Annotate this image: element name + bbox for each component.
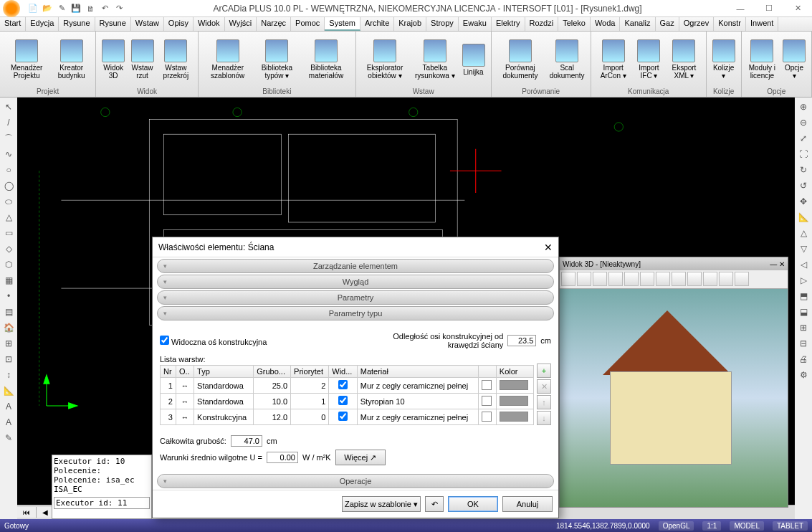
command-window[interactable]: Executor id: 10 Polecenie: Polecenie: is…	[52, 455, 152, 519]
tb-icon[interactable]	[656, 272, 670, 286]
ribbon-wstaw-przekr-j[interactable]: Wstaw przekrój	[158, 38, 194, 81]
tool-icon[interactable]: ⬒	[796, 290, 811, 303]
panel-min-icon[interactable]: —	[770, 260, 777, 268]
ribbon-opcje-[interactable]: Opcje ▾	[781, 38, 807, 81]
layer-side-btn[interactable]: ↓	[537, 411, 551, 425]
ribbon-biblioteka-typ-w-[interactable]: Biblioteka typów ▾	[256, 38, 299, 81]
tool-icon[interactable]: 📐	[1, 384, 16, 397]
view3d-viewport[interactable]	[560, 289, 788, 507]
section-parameters[interactable]: Parametry	[157, 290, 554, 305]
status-seg[interactable]: 1:1	[702, 521, 721, 531]
tb-icon[interactable]	[703, 272, 717, 286]
ok-button[interactable]: OK	[448, 496, 498, 512]
tool-icon[interactable]: ⤢	[796, 132, 811, 145]
menu-rysune[interactable]: Rysune	[95, 17, 131, 31]
tool-icon[interactable]: ✥	[796, 195, 811, 208]
tool-icon[interactable]: ⬡	[1, 258, 16, 271]
tool-icon[interactable]: △	[796, 227, 811, 239]
minimize-button[interactable]: —	[726, 0, 755, 17]
close-button[interactable]: ✕	[783, 0, 812, 17]
tool-icon[interactable]: A	[1, 416, 16, 429]
save-template-button[interactable]: Zapisz w szablonie ▾	[342, 496, 421, 512]
tool-icon[interactable]: ∿	[1, 148, 16, 161]
offset-input[interactable]	[507, 335, 536, 346]
tool-icon[interactable]: •	[1, 290, 16, 303]
tool-icon[interactable]: ⬓	[796, 305, 811, 318]
status-seg[interactable]: MODEL	[730, 521, 764, 531]
ribbon-biblioteka-materia-w[interactable]: Biblioteka materiałów	[301, 38, 351, 81]
tool-icon[interactable]: ⊞	[796, 321, 811, 334]
menu-narzęc[interactable]: Narzęc	[257, 17, 291, 31]
section-appearance[interactable]: Wygląd	[157, 275, 554, 289]
layer-side-btn[interactable]: ↑	[537, 395, 551, 409]
tool-icon[interactable]: ⌒	[1, 132, 16, 145]
ribbon-scal-dokumenty[interactable]: Scal dokumenty	[548, 38, 586, 81]
section-manage[interactable]: Zarządzanie elementem	[157, 259, 554, 273]
ribbon-menad-er-projektu[interactable]: Menadżer Projektu	[4, 38, 49, 81]
tool-icon[interactable]: ⊖	[796, 116, 811, 129]
tool-icon[interactable]: ▦	[1, 274, 16, 287]
menu-elektry[interactable]: Elektry	[492, 17, 525, 31]
section-type-params[interactable]: Parametry typu	[157, 306, 554, 320]
menu-widok[interactable]: Widok	[194, 17, 225, 31]
table-row[interactable]: 1↔Standardowa25.02Mur z cegły ceramiczne…	[161, 378, 534, 394]
ribbon-por-wnaj-dokumenty[interactable]: Porównaj dokumenty	[496, 38, 545, 81]
ribbon-tabelka-rysunkowa-[interactable]: Tabelka rysunkowa ▾	[412, 38, 457, 81]
command-input[interactable]	[54, 497, 150, 509]
tb-icon[interactable]	[687, 272, 702, 286]
status-seg[interactable]: OpenGL	[659, 521, 694, 531]
qat-save-icon[interactable]: 💾	[70, 3, 82, 14]
ribbon-linijka[interactable]: Linijka	[461, 42, 487, 77]
ribbon-eksplorator-obiekt-w-[interactable]: Eksplorator obiektów ▾	[360, 38, 409, 81]
tool-icon[interactable]: ◯	[1, 179, 16, 192]
tb-icon[interactable]	[735, 272, 749, 286]
maximize-button[interactable]: ☐	[755, 0, 783, 17]
menu-ogrzev[interactable]: Ogrzev	[679, 17, 714, 31]
tool-icon[interactable]: ⊞	[1, 337, 16, 350]
menu-archite[interactable]: Archite	[360, 17, 394, 31]
qat-undo-icon[interactable]: ↶	[99, 3, 110, 14]
tb-icon[interactable]	[672, 272, 686, 286]
ribbon-widok-3d[interactable]: Widok 3D	[100, 38, 126, 81]
menu-inwent[interactable]: Inwent	[746, 17, 778, 31]
tb-icon[interactable]	[640, 272, 654, 286]
undo-button[interactable]: ↶	[425, 496, 444, 512]
menu-krajob[interactable]: Krajob	[394, 17, 426, 31]
tool-icon[interactable]: ⊟	[796, 337, 811, 350]
tb-icon[interactable]	[577, 272, 591, 286]
ribbon-import-arcon-[interactable]: Import ArCon ▾	[596, 38, 631, 81]
menubar[interactable]: StartEdycjaRysuneRysuneWstawOpisyWidokWy…	[0, 17, 812, 32]
panel-close-icon[interactable]: ✕	[779, 260, 785, 268]
ribbon-kreator-budynku[interactable]: Kreator budynku	[52, 38, 91, 81]
qat-saveall-icon[interactable]: 🗎	[85, 3, 96, 14]
menu-start[interactable]: Start	[0, 17, 26, 31]
tb-icon[interactable]	[624, 272, 639, 286]
tool-icon[interactable]: /	[1, 116, 16, 129]
status-seg[interactable]: TABLET	[773, 521, 808, 531]
dialog-close-button[interactable]: ✕	[544, 242, 553, 253]
right-toolbar[interactable]: ⊕⊖⤢⛶↻↺✥📐△▽◁▷⬒⬓⊞⊟🖨⚙	[795, 98, 812, 519]
menu-opisy[interactable]: Opisy	[164, 17, 194, 31]
ribbon-modu-y-i-licencje[interactable]: Moduły i licencje	[746, 38, 778, 81]
tab-nav[interactable]: ⏮	[17, 507, 37, 518]
tool-icon[interactable]: ↺	[796, 179, 811, 192]
tb-icon[interactable]	[608, 272, 623, 286]
tool-icon[interactable]: ⬭	[1, 195, 16, 208]
ribbon-eksport-xml-[interactable]: Eksport XML ▾	[667, 38, 701, 81]
table-row[interactable]: 3↔Konstrukcyjna12.00Mur z cegły ceramicz…	[161, 409, 534, 425]
ribbon-menad-er-szablon-w[interactable]: Menadżer szablonów	[203, 38, 253, 81]
menu-rysune[interactable]: Rysune	[59, 17, 95, 31]
tool-icon[interactable]: ⊕	[796, 100, 811, 113]
ribbon-wstaw-rzut[interactable]: Wstaw rzut	[129, 38, 156, 81]
layer-side-btn[interactable]: +	[537, 364, 551, 378]
tool-icon[interactable]: ⚙	[796, 369, 811, 381]
layers-table[interactable]: NrO..TypGrubo...PriorytetWid...MateriałK…	[160, 365, 534, 425]
tool-icon[interactable]: ↻	[796, 163, 811, 176]
tool-icon[interactable]: ▭	[1, 227, 16, 239]
tool-icon[interactable]: 🖨	[796, 353, 811, 366]
tool-icon[interactable]: ◁	[796, 258, 811, 271]
menu-ewaku[interactable]: Ewaku	[459, 17, 492, 31]
tool-icon[interactable]: 🏠	[1, 321, 16, 334]
qat-open-icon[interactable]: 📂	[42, 3, 53, 14]
menu-kanaliz[interactable]: Kanaliz	[620, 17, 655, 31]
